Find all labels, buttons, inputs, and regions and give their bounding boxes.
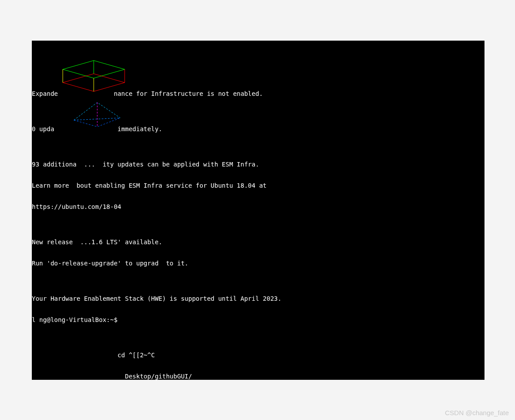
motd-line: 0 upda immediately. — [32, 125, 484, 132]
motd-line: Your Hardware Enablement Stack (HWE) is … — [32, 295, 484, 302]
motd-line: https://ubuntu.com/18-04 — [32, 203, 484, 210]
cube-top-edge — [63, 61, 125, 78]
cmd-line: cd ^[[2~^C — [32, 352, 484, 359]
pyramid-front-edge — [74, 102, 120, 120]
motd-line: Learn more bout enabling ESM Infra servi… — [32, 182, 484, 189]
cube-bottom-edge — [63, 74, 125, 91]
motd-line: Expande nance for Infrastructure is not … — [32, 90, 484, 97]
prompt-line[interactable]: l ng@long-VirtualBox:~$ — [32, 316, 484, 323]
completion-line: Desktop/githubGUI/ — [32, 373, 484, 380]
terminal-window[interactable]: Expande nance for Infrastructure is not … — [32, 41, 484, 380]
csdn-watermark: CSDN @change_fate — [445, 409, 509, 416]
motd-line: New release ...1.6 LTS' available. — [32, 238, 484, 246]
motd-line: Run 'do-release-upgrade' to upgrad to it… — [32, 260, 484, 267]
motd-line: 93 additiona ... ity updates can be appl… — [32, 161, 484, 168]
pyramid-base-edge — [74, 118, 120, 120]
terminal-viewport[interactable]: Expande nance for Infrastructure is not … — [32, 55, 484, 380]
